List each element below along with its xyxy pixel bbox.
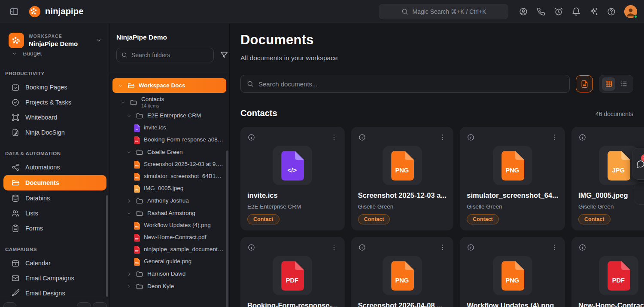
document-name: New-Home-Contract.pdf (578, 301, 644, 307)
info-icon[interactable] (578, 243, 586, 252)
partial-button[interactable] (77, 302, 91, 307)
folders-scrollbar-thumb[interactable] (226, 150, 228, 307)
sidebar-item-ninja-docsign[interactable]: Ninja DocSign (0, 125, 106, 140)
contact-tag-badge[interactable]: Contact (247, 214, 279, 224)
online-status-dot (634, 15, 638, 18)
contacts-section-header: Contacts 46 documents (240, 108, 633, 118)
document-card[interactable]: </> invite.ics E2E Enterprise CRM Contac… (240, 127, 345, 230)
sidebar-collapse-icon[interactable] (9, 7, 19, 16)
document-template-button[interactable] (576, 75, 593, 92)
info-icon[interactable] (247, 243, 255, 252)
support-icon[interactable] (519, 7, 528, 16)
notifications-bell-icon[interactable] (571, 7, 581, 16)
sidebar-item-email-designs[interactable]: Email Designs (0, 286, 106, 301)
sidebar-item-forms[interactable]: Forms (0, 221, 106, 236)
phone-icon[interactable] (536, 7, 546, 16)
tree-file-new-home-contract-pdf[interactable]: PDF New-Home-Contract.pdf (112, 232, 226, 244)
svg-text:PDF: PDF (612, 277, 625, 284)
sidebar-section-label: DATA & AUTOMATION (0, 140, 109, 160)
alarm-clock-icon[interactable] (554, 7, 563, 16)
chevron-down-icon (126, 113, 132, 119)
app-body: WORKSPACE NinjaPipe Demo Budget PRODUCTI… (0, 23, 644, 307)
folder-search-input[interactable] (131, 52, 209, 58)
partial-button[interactable] (3, 302, 16, 307)
tree-file-booking-form-response-a08c28[interactable]: PDF Booking-Form-response-a08c28... (112, 134, 226, 146)
sidebar-item-booking-pages[interactable]: Booking Pages (0, 80, 106, 95)
list-view-button[interactable] (617, 77, 630, 91)
sidebar-section-label: CAMPAIGNS (0, 236, 109, 256)
document-card[interactable]: PDF Booking-Form-response-... (240, 237, 345, 307)
info-icon[interactable] (247, 133, 255, 141)
tree-folder-harrison-david[interactable]: Harrison David (112, 268, 226, 280)
sidebar-item-databins[interactable]: Databins (0, 191, 106, 206)
kebab-menu-icon[interactable] (439, 243, 447, 251)
chevron-down-icon[interactable] (95, 37, 102, 44)
tree-file-general-guide-png[interactable]: PNG General guide.png (112, 256, 226, 268)
sidebar-item-projects-tasks[interactable]: Projects & Tasks (0, 95, 106, 110)
sidebar-item-email-campaigns[interactable]: Email Campaigns (0, 271, 106, 286)
sidebar-item-lists[interactable]: Lists (0, 206, 106, 221)
magic-search-input[interactable]: Magic Search ⌘+K / Ctrl+K (379, 4, 508, 19)
sidebar-item-documents[interactable]: Documents (3, 175, 106, 190)
tree-file-ninjapipe-sample-document-2-pdf[interactable]: PDF ninjapipe_sample_document-2.pdf (112, 244, 226, 256)
topbar-actions (519, 5, 637, 18)
user-avatar[interactable] (624, 5, 637, 18)
chat-widget-tab-secondary[interactable] (634, 182, 644, 205)
chat-widget-tab[interactable]: 3 (632, 148, 644, 180)
tree-folder-deon-kyle[interactable]: Deon Kyle (112, 280, 226, 293)
kebab-menu-icon[interactable] (330, 243, 338, 251)
workspace-switcher[interactable]: WORKSPACE NinjaPipe Demo (0, 33, 109, 48)
info-icon[interactable] (358, 243, 366, 252)
document-card[interactable]: PDF New-Home-Contract.pdf (571, 237, 644, 307)
tree-file-workflow-updates-4-png[interactable]: PNG Workflow Updates (4).png (112, 220, 226, 232)
tree-folder-giselle-green[interactable]: Giselle Green (112, 146, 226, 159)
tree-file-invite-ics[interactable]: </> invite.ics (112, 122, 226, 134)
sidebar-item-budget-clipped[interactable]: Budget (0, 52, 109, 60)
mail-icon (11, 274, 20, 282)
kebab-menu-icon[interactable] (550, 133, 558, 141)
tree-folder-anthony-joshua[interactable]: Anthony Joshua (112, 195, 226, 207)
grid-icon (605, 80, 613, 88)
svg-text:PNG: PNG (505, 167, 519, 174)
document-name: Workflow Updates (4).png (467, 301, 558, 307)
info-icon[interactable] (467, 243, 475, 252)
document-card[interactable]: PNG Screenshot 2025-12-03 a... Giselle G… (351, 127, 453, 230)
document-card[interactable]: PNG Screenshot 2026-04-08 ... (351, 237, 453, 307)
sidebar-item-automations[interactable]: Automations (0, 160, 106, 175)
circle-check-icon (11, 98, 20, 107)
tree-file-img-0005-jpeg[interactable]: JPG IMG_0005.jpeg (112, 183, 226, 195)
info-icon[interactable] (358, 133, 366, 141)
contact-tag-badge[interactable]: Contact (467, 214, 499, 224)
document-card[interactable]: PNG simulator_screenshot_64... Giselle G… (460, 127, 565, 230)
kebab-menu-icon[interactable] (330, 133, 338, 141)
kebab-menu-icon[interactable] (550, 243, 558, 251)
kebab-menu-icon[interactable] (439, 133, 447, 141)
info-icon[interactable] (467, 133, 475, 141)
tree-folder-contacts[interactable]: Contacts 14 items (112, 95, 226, 110)
filter-funnel-icon[interactable] (219, 50, 229, 60)
tree-file-simulator-screenshot-64b122a0[interactable]: PNG simulator_screenshot_64B122A0-... (112, 171, 226, 183)
grid-view-button[interactable] (602, 77, 615, 91)
help-icon[interactable] (607, 7, 616, 16)
tree-folder-workspace-docs[interactable]: Workspace Docs (112, 78, 226, 93)
document-card[interactable]: JPG IMG_0005.jpeg Giselle Green Contact (571, 127, 644, 230)
search-icon (121, 52, 128, 58)
sparkles-ai-icon[interactable] (589, 7, 598, 16)
partial-button[interactable] (93, 302, 107, 307)
database-icon (11, 194, 20, 203)
png-file-icon: PNG (493, 256, 532, 295)
sidebar-item-whiteboard[interactable]: Whiteboard (0, 110, 106, 125)
tree-folder-e2e-enterprise-crm[interactable]: E2E Enterprise CRM (112, 110, 226, 122)
tree-file-screenshot-2025-12-03-at-9-05-4[interactable]: PNG Screenshot 2025-12-03 at 9.05.4... (112, 159, 226, 171)
document-card[interactable]: PNG Workflow Updates (4).png (460, 237, 565, 307)
tree-folder-rashad-armstrong[interactable]: Rashad Armstrong (112, 207, 226, 220)
sidebar-item-calendar[interactable]: Calendar (0, 256, 106, 270)
document-owner: Giselle Green (467, 203, 558, 210)
document-search-input[interactable] (258, 80, 564, 88)
sidebar-scrollbar-thumb[interactable] (106, 195, 108, 297)
jpg-file-icon: JPG (134, 185, 140, 193)
sidebar-section: CAMPAIGNS Calendar Email Campaigns Email… (0, 236, 109, 301)
info-icon[interactable] (578, 133, 586, 141)
contact-tag-badge[interactable]: Contact (578, 214, 611, 224)
contact-tag-badge[interactable]: Contact (358, 214, 390, 224)
